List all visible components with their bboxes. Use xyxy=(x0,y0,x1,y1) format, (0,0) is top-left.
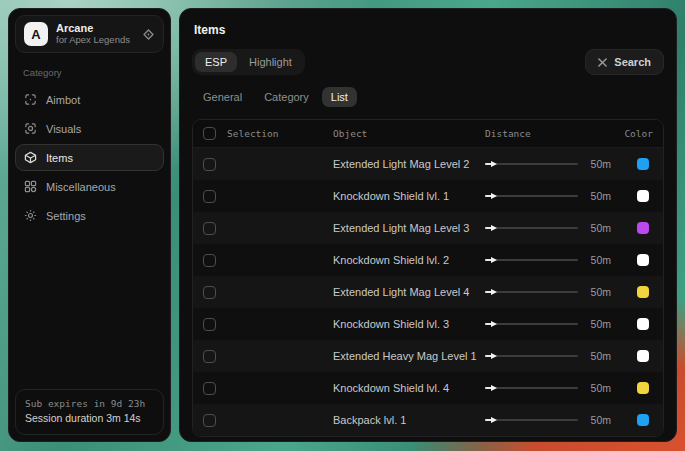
sidebar: A Arcane for Apex Legends Category Aimbo… xyxy=(8,8,171,442)
row-object-label: Extended Light Mag Level 2 xyxy=(333,158,485,170)
slider-thumb-icon[interactable] xyxy=(491,225,497,231)
view-tab-general[interactable]: General xyxy=(194,87,251,107)
crosshair-icon xyxy=(24,93,37,106)
row-distance-value: 50m xyxy=(587,254,611,266)
row-distance-value: 50m xyxy=(587,318,611,330)
eye-icon xyxy=(24,122,37,135)
row-color-swatch[interactable] xyxy=(637,350,649,362)
slider-thumb-icon[interactable] xyxy=(491,257,497,263)
row-object-label: Knockdown Shield lvl. 2 xyxy=(333,254,485,266)
sidebar-item-items[interactable]: Items xyxy=(15,144,164,171)
row-color-swatch[interactable] xyxy=(637,382,649,394)
sidebar-nav: Aimbot Visuals Items Miscellaneous Setti… xyxy=(15,86,164,229)
table-row: Extended Light Mag Level 2 50m xyxy=(193,148,663,180)
distance-slider[interactable] xyxy=(485,419,578,421)
box-icon xyxy=(24,151,37,164)
mode-tab-highlight[interactable]: Highlight xyxy=(239,52,302,72)
row-checkbox[interactable] xyxy=(203,254,216,267)
search-button-label: Search xyxy=(614,56,651,68)
row-color-swatch[interactable] xyxy=(637,318,649,330)
session-duration-text: Session duration 3m 14s xyxy=(25,411,154,427)
row-checkbox[interactable] xyxy=(203,414,216,427)
row-color-swatch[interactable] xyxy=(637,254,649,266)
row-distance-value: 50m xyxy=(587,382,611,394)
main-panel: Items ESPHighlight Search GeneralCategor… xyxy=(179,8,677,442)
row-object-label: Knockdown Shield lvl. 3 xyxy=(333,318,485,330)
table-row: Knockdown Shield lvl. 4 50m xyxy=(193,372,663,404)
table-row: Extended Light Mag Level 4 50m xyxy=(193,276,663,308)
view-tab-category[interactable]: Category xyxy=(255,87,318,107)
slider-thumb-icon[interactable] xyxy=(491,353,497,359)
distance-slider[interactable] xyxy=(485,195,578,197)
gear-icon xyxy=(24,209,37,222)
row-checkbox[interactable] xyxy=(203,222,216,235)
grid-icon xyxy=(24,180,37,193)
table-row: Backpack lvl. 1 50m xyxy=(193,404,663,436)
header-object-label: Object xyxy=(333,128,485,139)
toolbar: ESPHighlight Search xyxy=(192,49,664,75)
row-color-swatch[interactable] xyxy=(637,414,649,426)
app-title-wrap: Arcane for Apex Legends xyxy=(56,22,134,46)
search-icon xyxy=(598,58,607,67)
row-checkbox[interactable] xyxy=(203,286,216,299)
slider-thumb-icon[interactable] xyxy=(491,417,497,423)
search-button[interactable]: Search xyxy=(585,49,664,75)
header-selection-label: Selection xyxy=(227,128,278,139)
slider-thumb-icon[interactable] xyxy=(491,385,497,391)
sidebar-item-aimbot[interactable]: Aimbot xyxy=(15,86,164,113)
table-row: Knockdown Shield lvl. 1 50m xyxy=(193,180,663,212)
distance-slider[interactable] xyxy=(485,291,578,293)
distance-slider[interactable] xyxy=(485,323,578,325)
sidebar-item-label: Aimbot xyxy=(46,94,80,106)
sidebar-item-miscellaneous[interactable]: Miscellaneous xyxy=(15,173,164,200)
sidebar-item-settings[interactable]: Settings xyxy=(15,202,164,229)
mode-tabs: ESPHighlight xyxy=(192,49,305,75)
distance-slider[interactable] xyxy=(485,259,578,261)
page-title: Items xyxy=(194,23,664,37)
row-color-swatch[interactable] xyxy=(637,222,649,234)
row-distance-value: 50m xyxy=(587,414,611,426)
row-object-label: Knockdown Shield lvl. 1 xyxy=(333,190,485,202)
distance-slider[interactable] xyxy=(485,355,578,357)
row-checkbox[interactable] xyxy=(203,382,216,395)
pin-target-icon[interactable] xyxy=(142,28,155,41)
row-object-label: Extended Light Mag Level 3 xyxy=(333,222,485,234)
distance-slider[interactable] xyxy=(485,163,578,165)
row-distance-value: 50m xyxy=(587,350,611,362)
row-color-swatch[interactable] xyxy=(637,190,649,202)
table-row: Knockdown Shield lvl. 2 50m xyxy=(193,244,663,276)
header-selection-cell: Selection xyxy=(203,127,333,140)
slider-thumb-icon[interactable] xyxy=(491,193,497,199)
table-row: Extended Light Mag Level 3 50m xyxy=(193,212,663,244)
table-row: Extended Heavy Mag Level 1 50m xyxy=(193,340,663,372)
slider-thumb-icon[interactable] xyxy=(491,321,497,327)
distance-slider[interactable] xyxy=(485,387,578,389)
row-distance-value: 50m xyxy=(587,222,611,234)
header-distance-label: Distance xyxy=(485,128,611,139)
app-header: A Arcane for Apex Legends xyxy=(15,15,164,53)
row-object-label: Extended Light Mag Level 4 xyxy=(333,286,485,298)
row-checkbox[interactable] xyxy=(203,158,216,171)
row-distance-value: 50m xyxy=(587,190,611,202)
sub-expires-text: Sub expires in 9d 23h xyxy=(25,397,154,411)
row-color-swatch[interactable] xyxy=(637,158,649,170)
mode-tab-esp[interactable]: ESP xyxy=(195,52,237,72)
row-object-label: Knockdown Shield lvl. 4 xyxy=(333,382,485,394)
sidebar-item-label: Settings xyxy=(46,210,86,222)
header-color-label: Color xyxy=(611,128,653,139)
row-checkbox[interactable] xyxy=(203,350,216,363)
row-distance-value: 50m xyxy=(587,286,611,298)
row-object-label: Extended Heavy Mag Level 1 xyxy=(333,350,485,362)
items-table: Selection Object Distance Color Extended… xyxy=(192,119,664,437)
row-color-swatch[interactable] xyxy=(637,286,649,298)
sidebar-category-label: Category xyxy=(23,67,156,78)
row-checkbox[interactable] xyxy=(203,318,216,331)
row-object-label: Backpack lvl. 1 xyxy=(333,414,485,426)
distance-slider[interactable] xyxy=(485,227,578,229)
view-tab-list[interactable]: List xyxy=(322,87,357,107)
select-all-checkbox[interactable] xyxy=(203,127,216,140)
slider-thumb-icon[interactable] xyxy=(491,161,497,167)
slider-thumb-icon[interactable] xyxy=(491,289,497,295)
row-checkbox[interactable] xyxy=(203,190,216,203)
sidebar-item-visuals[interactable]: Visuals xyxy=(15,115,164,142)
